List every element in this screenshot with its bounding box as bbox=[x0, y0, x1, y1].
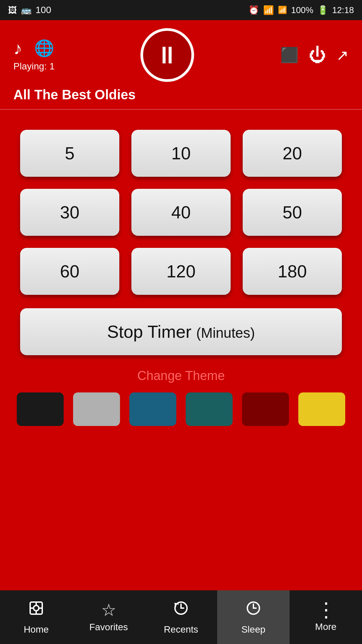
main-content: 5 10 20 30 40 50 60 120 180 Stop Timer (… bbox=[0, 110, 362, 590]
nav-favorites[interactable]: ☆ Favorites bbox=[72, 590, 145, 644]
stop-timer-button[interactable]: Stop Timer (Minutes) bbox=[20, 308, 342, 355]
timer-btn-5[interactable]: 5 bbox=[20, 130, 119, 177]
timer-btn-30[interactable]: 30 bbox=[20, 189, 119, 236]
battery-icon: 🔋 bbox=[317, 5, 328, 15]
nav-more[interactable]: ⋮ More bbox=[290, 590, 362, 644]
alarm-icon: ⏰ bbox=[248, 5, 259, 15]
player-controls-row: ♪ 🌐 Playing: 1 ⏸ ⬛ ⏻ ↗ bbox=[13, 28, 349, 82]
timer-btn-120[interactable]: 120 bbox=[131, 248, 231, 295]
power-icon[interactable]: ⏻ bbox=[309, 45, 326, 65]
theme-swatch-gray[interactable] bbox=[73, 392, 120, 426]
nav-favorites-label: Favorites bbox=[89, 622, 128, 633]
bottom-nav: Home ☆ Favorites Recents Sleep ⋮ More bbox=[0, 590, 362, 644]
timer-btn-10[interactable]: 10 bbox=[131, 130, 231, 177]
photo-icon: 🖼 bbox=[8, 5, 17, 15]
music-icon[interactable]: ♪ bbox=[13, 38, 22, 58]
stop-icon[interactable]: ⬛ bbox=[280, 46, 299, 64]
nav-sleep-label: Sleep bbox=[241, 624, 265, 635]
status-bar: 🖼 🚌 100 ⏰ 📶 📶 100% 🔋 12:18 bbox=[0, 0, 362, 20]
pause-icon: ⏸ bbox=[155, 43, 179, 67]
station-title: All The Best Oldies bbox=[13, 87, 136, 102]
timer-btn-180[interactable]: 180 bbox=[243, 248, 342, 295]
sleep-icon bbox=[245, 599, 262, 621]
stop-timer-label: Stop Timer bbox=[107, 322, 196, 341]
player-left: ♪ 🌐 Playing: 1 bbox=[13, 38, 55, 72]
timer-btn-40[interactable]: 40 bbox=[131, 189, 231, 236]
home-icon bbox=[27, 599, 45, 621]
app-icon: 🚌 bbox=[21, 5, 32, 15]
share-icon[interactable]: ↗ bbox=[336, 47, 349, 64]
status-left: 🖼 🚌 100 bbox=[8, 5, 51, 15]
timer-grid: 5 10 20 30 40 50 60 120 180 bbox=[20, 130, 342, 295]
theme-swatches bbox=[17, 392, 345, 426]
player-left-icons: ♪ 🌐 bbox=[13, 38, 54, 58]
more-icon: ⋮ bbox=[316, 602, 336, 618]
nav-more-label: More bbox=[315, 622, 337, 632]
playing-label: Playing: 1 bbox=[13, 61, 55, 72]
player-right: ⬛ ⏻ ↗ bbox=[280, 45, 349, 65]
player-header: ♪ 🌐 Playing: 1 ⏸ ⬛ ⏻ ↗ All The Best Oldi… bbox=[0, 20, 362, 109]
wifi-icon: 📶 bbox=[263, 5, 274, 15]
theme-swatch-darkblue[interactable] bbox=[129, 392, 176, 426]
globe-icon[interactable]: 🌐 bbox=[34, 39, 54, 58]
clock: 12:18 bbox=[332, 5, 354, 15]
nav-home-label: Home bbox=[24, 624, 49, 635]
change-theme-section: Change Theme bbox=[20, 369, 342, 426]
nav-home[interactable]: Home bbox=[0, 590, 72, 644]
svg-point-1 bbox=[34, 605, 39, 611]
theme-swatch-darkred[interactable] bbox=[242, 392, 289, 426]
theme-swatch-black[interactable] bbox=[17, 392, 64, 426]
signal-icon: 📶 bbox=[278, 6, 287, 14]
theme-swatch-yellow[interactable] bbox=[298, 392, 345, 426]
nav-recents-label: Recents bbox=[164, 624, 198, 635]
recents-icon bbox=[172, 599, 190, 621]
timer-btn-50[interactable]: 50 bbox=[243, 189, 342, 236]
battery-percent: 100% bbox=[291, 5, 313, 15]
signal-strength: 100 bbox=[36, 5, 51, 15]
stop-timer-sublabel: (Minutes) bbox=[196, 325, 255, 341]
nav-recents[interactable]: Recents bbox=[145, 590, 217, 644]
status-right: ⏰ 📶 📶 100% 🔋 12:18 bbox=[248, 5, 354, 15]
pause-button[interactable]: ⏸ bbox=[140, 28, 194, 82]
change-theme-label: Change Theme bbox=[137, 369, 225, 383]
timer-btn-20[interactable]: 20 bbox=[243, 130, 342, 177]
star-icon: ☆ bbox=[101, 602, 116, 619]
timer-btn-60[interactable]: 60 bbox=[20, 248, 119, 295]
theme-swatch-teal[interactable] bbox=[186, 392, 233, 426]
nav-sleep[interactable]: Sleep bbox=[217, 590, 290, 644]
